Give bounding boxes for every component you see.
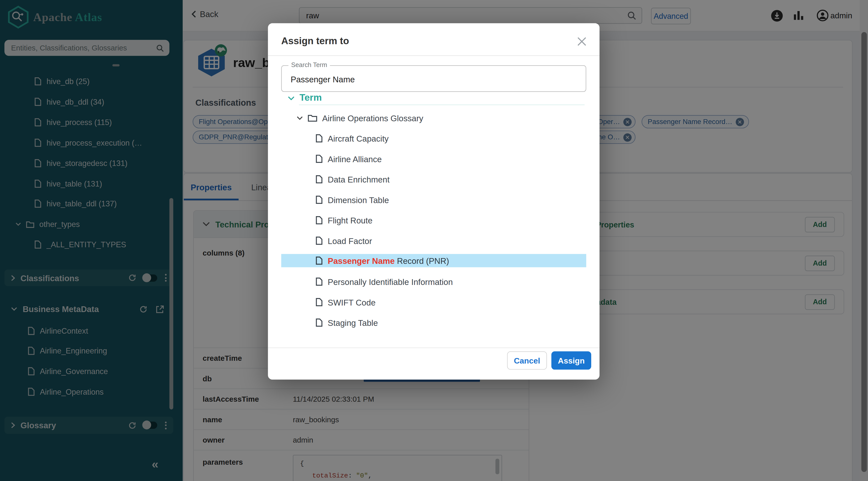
file-icon [315, 195, 323, 204]
term-root-node[interactable]: Term [288, 91, 322, 105]
dialog-title: Assign term to [281, 35, 349, 47]
term-node-passenger-name-record[interactable]: Passenger Name Record (PNR) [315, 254, 449, 267]
tree-node-label: Data Enrichment [328, 174, 390, 184]
file-icon [315, 236, 323, 245]
term-node-flight-route[interactable]: Flight Route [315, 214, 372, 227]
search-term-field: Search Term [281, 65, 586, 92]
file-icon [315, 298, 323, 307]
file-icon [315, 318, 323, 327]
folder-icon [308, 114, 317, 122]
app-window: Apache Atlas hive_db (25) hive_db_ddl (3… [0, 0, 868, 481]
term-node-airline-alliance[interactable]: Airline Alliance [315, 152, 382, 165]
file-icon [315, 216, 323, 225]
term-node-swift-code[interactable]: SWIFT Code [315, 295, 375, 309]
divider [299, 105, 584, 105]
search-term-input[interactable] [289, 66, 574, 92]
term-node-staging-table[interactable]: Staging Table [315, 316, 378, 329]
tree-node-label: SWIFT Code [328, 297, 375, 307]
chevron-down-icon [297, 116, 303, 120]
glossary-node[interactable]: Airline Operations Glossary [297, 111, 423, 125]
tree-node-label: Dimension Table [328, 195, 389, 204]
file-icon [315, 277, 323, 286]
tree-node-label: Term [299, 92, 322, 103]
tree-node-label: Airline Operations Glossary [322, 113, 423, 123]
file-icon [315, 154, 323, 163]
close-icon[interactable] [577, 36, 587, 46]
divider [268, 347, 599, 348]
tree-node-label: Airline Alliance [328, 154, 382, 163]
tree-node-label: Personally Identifiable Information [328, 277, 453, 286]
tree-node-label: Staging Table [328, 318, 378, 327]
tree-node-label: Flight Route [328, 215, 372, 225]
tree-node-label: Load Factor [328, 236, 372, 245]
divider [268, 55, 599, 56]
file-icon [315, 134, 323, 142]
file-icon [315, 256, 323, 265]
cancel-button[interactable]: Cancel [507, 351, 547, 370]
assign-term-dialog: Assign term to Search Term Term Airline … [268, 23, 599, 380]
term-node-aircraft-capacity[interactable]: Aircraft Capacity [315, 132, 389, 145]
chevron-down-icon [288, 96, 294, 100]
tree-node-label: Aircraft Capacity [328, 134, 389, 143]
assign-button[interactable]: Assign [551, 351, 591, 370]
file-icon [315, 175, 323, 184]
term-node-pii[interactable]: Personally Identifiable Information [315, 275, 453, 288]
tree-node-label: Passenger Name Record (PNR) [328, 256, 449, 265]
term-node-data-enrichment[interactable]: Data Enrichment [315, 173, 390, 186]
term-node-dimension-table[interactable]: Dimension Table [315, 193, 389, 206]
term-node-load-factor[interactable]: Load Factor [315, 234, 372, 247]
